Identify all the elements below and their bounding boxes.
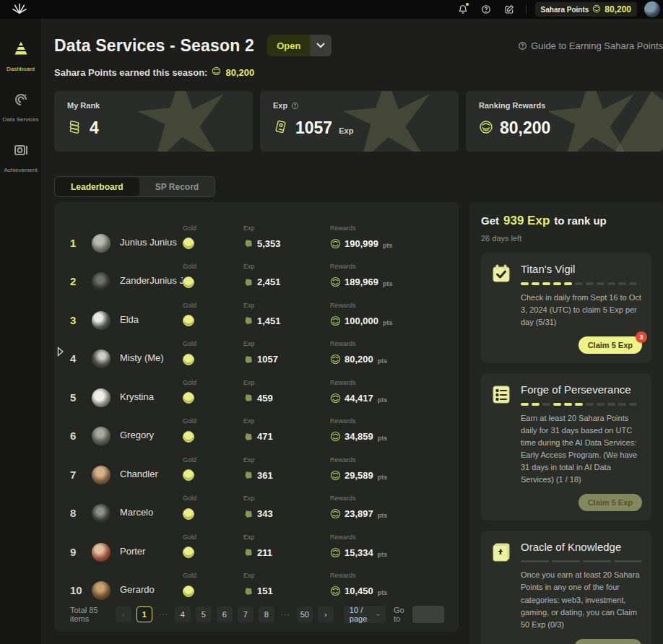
player-name: ZanderJunius J... <box>110 275 183 288</box>
achievement-icon <box>12 142 30 162</box>
table-row[interactable]: 8 Marcelo Gold Exp343 Rewards23,897pts <box>70 482 444 521</box>
rewards-column-label: Rewards <box>330 263 444 270</box>
page-button-1[interactable]: 1 <box>136 606 152 622</box>
rewards-column-label: Rewards <box>330 495 444 502</box>
exp-stack-icon <box>243 277 254 287</box>
table-row-me[interactable]: 4 Misty (Me) Gold Exp1057 Rewards80,200p… <box>70 327 444 366</box>
rank-number: 3 <box>70 314 92 327</box>
exp-value: 211 <box>257 547 272 558</box>
page-button-5[interactable]: 5 <box>196 606 212 622</box>
goto-page-input[interactable] <box>412 606 444 623</box>
pts-suffix: pts <box>378 589 388 597</box>
gold-column-label: Gold <box>183 572 243 579</box>
gold-coin-icon <box>183 469 194 481</box>
goto-label: Go to <box>394 606 407 623</box>
table-row[interactable]: 6 Gregory Gold Exp471 Rewards34,859pts <box>70 404 444 443</box>
rewards-value: 190,999 <box>344 238 378 249</box>
exp-help-icon[interactable] <box>291 102 299 110</box>
prev-page-button[interactable]: ‹ <box>116 606 131 622</box>
exp-stack-icon <box>243 432 254 442</box>
gold-column-label: Gold <box>183 534 243 541</box>
exp-value: 1057 <box>295 118 332 138</box>
coin-icon <box>330 238 341 249</box>
coin-icon <box>330 547 341 558</box>
quest-progress-bar <box>521 282 642 285</box>
pts-suffix: pts <box>378 551 388 559</box>
exp-column-label: Exp <box>243 534 330 541</box>
sidebar-item-dashboard[interactable]: Dashboard <box>0 40 41 72</box>
checklist-icon <box>490 383 512 511</box>
edit-icon[interactable] <box>503 3 516 16</box>
exp-value: 1057 <box>257 354 278 365</box>
table-row[interactable]: 7 Chandler Gold Exp361 Rewards29,589pts <box>70 443 444 482</box>
notification-bell-icon[interactable] <box>456 3 469 16</box>
table-row[interactable]: 2 ZanderJunius J... Gold Exp2,451 Reward… <box>70 250 444 289</box>
page-button-8[interactable]: 8 <box>259 606 274 622</box>
claim-exp-button[interactable]: Claim 5 Exp <box>578 336 642 354</box>
user-avatar[interactable] <box>644 1 660 17</box>
table-row[interactable]: 10 Gerardo Gold Exp151 Rewards10,450pts <box>70 559 444 598</box>
sidebar-item-label: Achievement <box>4 167 37 173</box>
exp-value: 471 <box>257 431 273 442</box>
gold-coin-icon <box>183 238 194 249</box>
exp-column-label: Exp <box>243 225 330 232</box>
exp-column-label: Exp <box>243 263 330 270</box>
claim-exp-button-disabled[interactable]: Claim 5 Exp <box>578 494 642 511</box>
season-status-dropdown[interactable]: Open <box>267 35 332 56</box>
exp-stack-icon <box>243 470 254 480</box>
table-row[interactable]: 3 Elda Gold Exp1,451 Rewards100,000pts <box>70 288 444 327</box>
stat-cards: My Rank 4 Exp <box>54 91 663 152</box>
pts-suffix: pts <box>383 319 393 327</box>
page-title: Data Services - Season 2 <box>54 36 254 56</box>
pts-suffix: pts <box>378 512 388 520</box>
page-size-select[interactable]: 10 / page <box>344 606 386 623</box>
quest-progress-bar <box>521 560 642 562</box>
sahara-points-badge[interactable]: Sahara Points 80,200 <box>535 2 637 17</box>
next-page-button[interactable]: › <box>318 606 334 622</box>
sahara-logo-icon[interactable] <box>12 1 27 17</box>
exp-value: 2,451 <box>257 277 281 287</box>
exp-column-label: Exp <box>243 379 330 386</box>
claim-exp-button-disabled[interactable]: Claim 50 Exp <box>574 639 642 644</box>
tab-leaderboard[interactable]: Leaderboard <box>55 177 139 196</box>
quest-title: Oracle of Knowledge <box>521 541 642 553</box>
guide-link-label: Guide to Earning Sahara Points <box>531 40 663 51</box>
exp-stack-icon <box>243 509 254 519</box>
quest-description: Earn at least 20 Sahara Points daily for… <box>521 412 642 486</box>
avatar <box>92 581 110 600</box>
tab-sp-record[interactable]: SP Record <box>139 177 214 196</box>
help-icon[interactable] <box>480 3 493 16</box>
table-row[interactable]: 5 Krystina Gold Exp459 Rewards44,417pts <box>70 365 444 404</box>
exp-stack-icon <box>243 547 254 557</box>
player-name: Gerardo <box>110 584 183 597</box>
sidebar-item-data-services[interactable]: Data Services <box>0 91 41 123</box>
guide-link[interactable]: Guide to Earning Sahara Points <box>518 40 663 51</box>
page-button-7[interactable]: 7 <box>238 606 254 622</box>
page-button-6[interactable]: 6 <box>217 606 233 622</box>
season-status-label: Open <box>267 35 310 56</box>
gold-column-label: Gold <box>183 263 243 270</box>
rank-number: 8 <box>70 507 92 520</box>
rank-number: 9 <box>70 546 92 559</box>
notification-dot <box>466 3 469 6</box>
exp-value: 343 <box>257 508 273 519</box>
sidebar-item-achievement[interactable]: Achievement <box>0 142 41 173</box>
pts-suffix: pts <box>378 357 388 365</box>
page-button-4[interactable]: 4 <box>175 606 191 622</box>
rewards-column-label: Rewards <box>330 534 444 541</box>
rewards-column-label: Rewards <box>330 417 444 425</box>
gold-coin-icon <box>183 315 194 326</box>
topbar-divider <box>526 5 526 14</box>
rank-number: 6 <box>70 430 92 443</box>
season-points-label: Sahara Points earned this season: <box>54 67 207 78</box>
rank-up-panel: Get 939 Exp to rank up 26 days left Tita… <box>469 202 663 644</box>
claim-count-badge: 3 <box>636 331 647 343</box>
table-row[interactable]: 9 Porter Gold Exp211 Rewards15,334pts <box>70 520 444 559</box>
gold-coin-icon <box>183 392 194 404</box>
page-button-50[interactable]: 50 <box>297 606 313 622</box>
my-rank-card: My Rank 4 <box>54 91 253 152</box>
table-row[interactable]: 1 Junius Junius Gold Exp5,353 Rewards190… <box>70 211 444 250</box>
player-name: Marcelo <box>110 507 183 520</box>
rewards-value: 29,589 <box>344 470 373 481</box>
rewards-column-label: Rewards <box>330 572 444 579</box>
